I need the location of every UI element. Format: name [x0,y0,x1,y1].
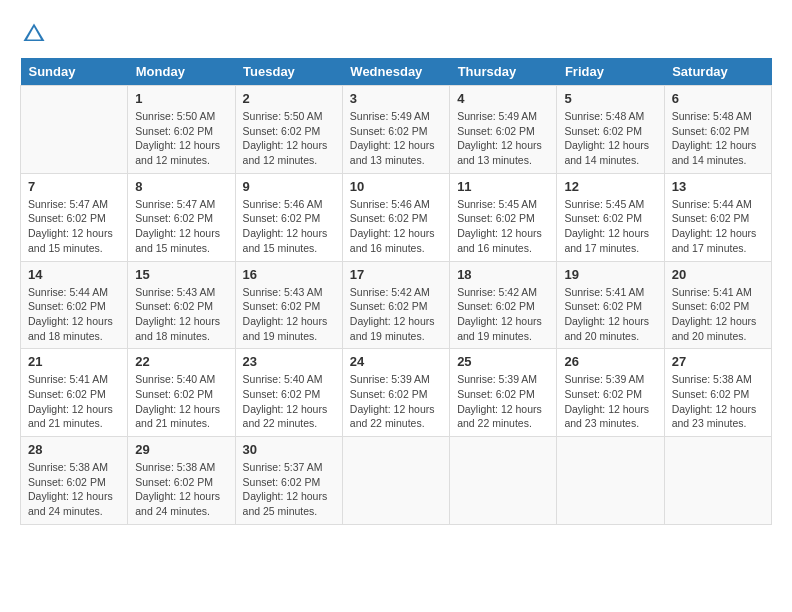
calendar-cell [21,86,128,174]
calendar-cell: 7Sunrise: 5:47 AM Sunset: 6:02 PM Daylig… [21,173,128,261]
calendar-cell: 30Sunrise: 5:37 AM Sunset: 6:02 PM Dayli… [235,437,342,525]
calendar-cell: 8Sunrise: 5:47 AM Sunset: 6:02 PM Daylig… [128,173,235,261]
day-number: 25 [457,354,549,369]
header-row: SundayMondayTuesdayWednesdayThursdayFrid… [21,58,772,86]
day-info: Sunrise: 5:40 AM Sunset: 6:02 PM Dayligh… [243,372,335,431]
calendar-cell: 9Sunrise: 5:46 AM Sunset: 6:02 PM Daylig… [235,173,342,261]
day-number: 9 [243,179,335,194]
column-header-tuesday: Tuesday [235,58,342,86]
calendar-cell: 4Sunrise: 5:49 AM Sunset: 6:02 PM Daylig… [450,86,557,174]
calendar-cell: 20Sunrise: 5:41 AM Sunset: 6:02 PM Dayli… [664,261,771,349]
day-number: 4 [457,91,549,106]
day-info: Sunrise: 5:37 AM Sunset: 6:02 PM Dayligh… [243,460,335,519]
day-number: 7 [28,179,120,194]
calendar-cell: 25Sunrise: 5:39 AM Sunset: 6:02 PM Dayli… [450,349,557,437]
calendar-cell: 1Sunrise: 5:50 AM Sunset: 6:02 PM Daylig… [128,86,235,174]
day-info: Sunrise: 5:42 AM Sunset: 6:02 PM Dayligh… [350,285,442,344]
calendar-cell: 23Sunrise: 5:40 AM Sunset: 6:02 PM Dayli… [235,349,342,437]
week-row-3: 14Sunrise: 5:44 AM Sunset: 6:02 PM Dayli… [21,261,772,349]
column-header-thursday: Thursday [450,58,557,86]
column-header-friday: Friday [557,58,664,86]
day-number: 16 [243,267,335,282]
day-info: Sunrise: 5:49 AM Sunset: 6:02 PM Dayligh… [457,109,549,168]
day-info: Sunrise: 5:39 AM Sunset: 6:02 PM Dayligh… [564,372,656,431]
calendar-cell [664,437,771,525]
day-info: Sunrise: 5:39 AM Sunset: 6:02 PM Dayligh… [350,372,442,431]
calendar-cell: 27Sunrise: 5:38 AM Sunset: 6:02 PM Dayli… [664,349,771,437]
calendar-cell: 22Sunrise: 5:40 AM Sunset: 6:02 PM Dayli… [128,349,235,437]
calendar-cell: 28Sunrise: 5:38 AM Sunset: 6:02 PM Dayli… [21,437,128,525]
week-row-1: 1Sunrise: 5:50 AM Sunset: 6:02 PM Daylig… [21,86,772,174]
calendar-cell: 10Sunrise: 5:46 AM Sunset: 6:02 PM Dayli… [342,173,449,261]
day-number: 26 [564,354,656,369]
day-number: 12 [564,179,656,194]
day-info: Sunrise: 5:45 AM Sunset: 6:02 PM Dayligh… [457,197,549,256]
calendar-cell: 29Sunrise: 5:38 AM Sunset: 6:02 PM Dayli… [128,437,235,525]
day-info: Sunrise: 5:41 AM Sunset: 6:02 PM Dayligh… [564,285,656,344]
day-number: 27 [672,354,764,369]
day-info: Sunrise: 5:43 AM Sunset: 6:02 PM Dayligh… [135,285,227,344]
day-number: 3 [350,91,442,106]
day-number: 22 [135,354,227,369]
day-info: Sunrise: 5:48 AM Sunset: 6:02 PM Dayligh… [564,109,656,168]
day-info: Sunrise: 5:44 AM Sunset: 6:02 PM Dayligh… [672,197,764,256]
day-info: Sunrise: 5:45 AM Sunset: 6:02 PM Dayligh… [564,197,656,256]
page-header [20,20,772,48]
day-number: 2 [243,91,335,106]
logo [20,20,52,48]
week-row-2: 7Sunrise: 5:47 AM Sunset: 6:02 PM Daylig… [21,173,772,261]
week-row-5: 28Sunrise: 5:38 AM Sunset: 6:02 PM Dayli… [21,437,772,525]
day-info: Sunrise: 5:41 AM Sunset: 6:02 PM Dayligh… [28,372,120,431]
calendar-cell [557,437,664,525]
calendar-cell: 16Sunrise: 5:43 AM Sunset: 6:02 PM Dayli… [235,261,342,349]
day-info: Sunrise: 5:46 AM Sunset: 6:02 PM Dayligh… [350,197,442,256]
day-number: 18 [457,267,549,282]
calendar-cell: 17Sunrise: 5:42 AM Sunset: 6:02 PM Dayli… [342,261,449,349]
day-info: Sunrise: 5:50 AM Sunset: 6:02 PM Dayligh… [135,109,227,168]
day-number: 6 [672,91,764,106]
calendar-cell: 18Sunrise: 5:42 AM Sunset: 6:02 PM Dayli… [450,261,557,349]
day-info: Sunrise: 5:41 AM Sunset: 6:02 PM Dayligh… [672,285,764,344]
day-info: Sunrise: 5:44 AM Sunset: 6:02 PM Dayligh… [28,285,120,344]
calendar-cell: 5Sunrise: 5:48 AM Sunset: 6:02 PM Daylig… [557,86,664,174]
week-row-4: 21Sunrise: 5:41 AM Sunset: 6:02 PM Dayli… [21,349,772,437]
day-number: 15 [135,267,227,282]
day-number: 13 [672,179,764,194]
day-number: 20 [672,267,764,282]
column-header-saturday: Saturday [664,58,771,86]
day-info: Sunrise: 5:39 AM Sunset: 6:02 PM Dayligh… [457,372,549,431]
day-info: Sunrise: 5:49 AM Sunset: 6:02 PM Dayligh… [350,109,442,168]
calendar-cell [450,437,557,525]
day-number: 5 [564,91,656,106]
column-header-wednesday: Wednesday [342,58,449,86]
day-number: 19 [564,267,656,282]
day-number: 30 [243,442,335,457]
calendar-cell: 14Sunrise: 5:44 AM Sunset: 6:02 PM Dayli… [21,261,128,349]
column-header-sunday: Sunday [21,58,128,86]
day-number: 14 [28,267,120,282]
calendar-cell [342,437,449,525]
calendar-cell: 21Sunrise: 5:41 AM Sunset: 6:02 PM Dayli… [21,349,128,437]
day-number: 8 [135,179,227,194]
day-info: Sunrise: 5:50 AM Sunset: 6:02 PM Dayligh… [243,109,335,168]
day-number: 29 [135,442,227,457]
day-number: 28 [28,442,120,457]
day-info: Sunrise: 5:38 AM Sunset: 6:02 PM Dayligh… [28,460,120,519]
calendar-cell: 6Sunrise: 5:48 AM Sunset: 6:02 PM Daylig… [664,86,771,174]
day-info: Sunrise: 5:38 AM Sunset: 6:02 PM Dayligh… [672,372,764,431]
day-number: 21 [28,354,120,369]
day-number: 1 [135,91,227,106]
day-number: 11 [457,179,549,194]
day-info: Sunrise: 5:48 AM Sunset: 6:02 PM Dayligh… [672,109,764,168]
day-info: Sunrise: 5:43 AM Sunset: 6:02 PM Dayligh… [243,285,335,344]
calendar-cell: 13Sunrise: 5:44 AM Sunset: 6:02 PM Dayli… [664,173,771,261]
day-info: Sunrise: 5:40 AM Sunset: 6:02 PM Dayligh… [135,372,227,431]
calendar-cell: 19Sunrise: 5:41 AM Sunset: 6:02 PM Dayli… [557,261,664,349]
day-info: Sunrise: 5:42 AM Sunset: 6:02 PM Dayligh… [457,285,549,344]
day-number: 23 [243,354,335,369]
column-header-monday: Monday [128,58,235,86]
day-number: 17 [350,267,442,282]
calendar-cell: 11Sunrise: 5:45 AM Sunset: 6:02 PM Dayli… [450,173,557,261]
logo-icon [20,20,48,48]
calendar-cell: 26Sunrise: 5:39 AM Sunset: 6:02 PM Dayli… [557,349,664,437]
